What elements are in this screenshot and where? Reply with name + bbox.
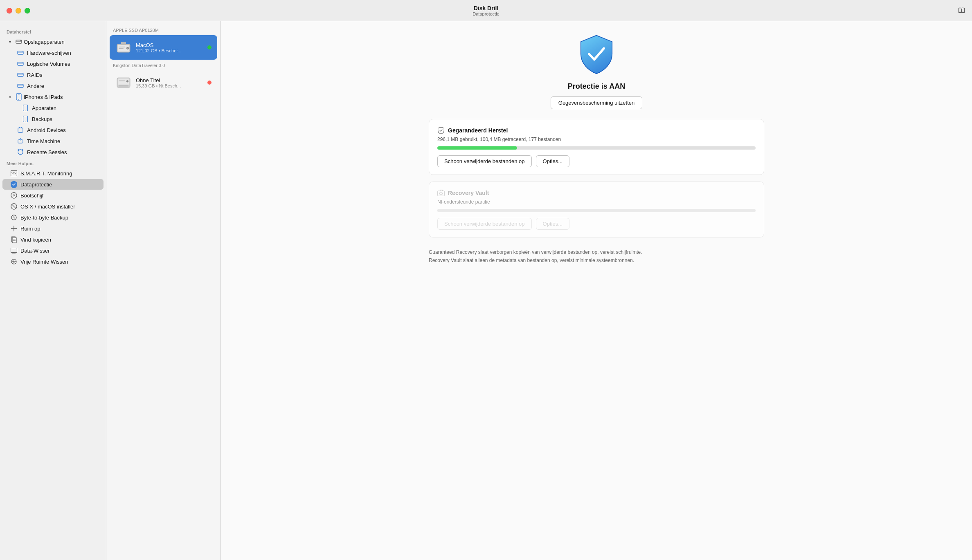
svg-point-68 [126, 80, 128, 82]
turn-off-protection-button[interactable]: Gegevensbescherming uitzetten [551, 96, 642, 109]
ruimop-label: Ruim op [20, 226, 40, 232]
timemachine-icon [17, 138, 24, 144]
vindkopie-label: Vind kopieën [20, 237, 51, 243]
andere-icon [17, 83, 24, 89]
sidebar-item-byte[interactable]: Byte-to-byte Backup [2, 212, 104, 223]
svg-line-38 [15, 172, 16, 174]
byte-label: Byte-to-byte Backup [20, 215, 68, 221]
smart-label: S.M.A.R.T. Monitoring [20, 170, 72, 177]
vrijruimte-icon [11, 258, 17, 265]
sidebar-item-smart[interactable]: S.M.A.R.T. Monitoring [2, 168, 104, 179]
content-panel: Protectie is AAN Gegevensbescherming uit… [221, 21, 972, 560]
sidebar-item-bootschijf[interactable]: Bootschijf [2, 190, 104, 201]
app-name: Disk Drill [473, 5, 499, 11]
macos-disk-icon [115, 39, 132, 56]
dataprotectie-icon [11, 181, 17, 188]
svg-rect-64 [121, 42, 126, 45]
titlebar-center: Disk Drill Dataprotectie [473, 5, 499, 16]
sidebar-item-vrijruimte[interactable]: Vrije Ruimte Wissen [2, 256, 104, 267]
card1-actions: Schoon verwijderde bestanden op Opties..… [437, 155, 756, 167]
shield-icon [576, 34, 617, 74]
sidebar-item-raids[interactable]: RAIDs [2, 69, 104, 80]
sidebar-item-iphones-group[interactable]: ▾ iPhones & iPads [2, 92, 104, 102]
shield-check-icon [437, 127, 445, 134]
sidebar-item-logische[interactable]: Logische Volumes [2, 58, 104, 69]
card2-actions: Schoon verwijderde bestanden op Opties..… [437, 218, 756, 230]
sidebar-item-ruimop[interactable]: Ruim op [2, 223, 104, 234]
sidebar-item-recente[interactable]: Recente Sessies [2, 147, 104, 157]
osx-label: OS X / macOS installer [20, 204, 75, 210]
svg-point-8 [22, 63, 22, 63]
sidebar-item-apparaten[interactable]: Apparaten [2, 103, 104, 113]
opslagapparaten-label: Opslagapparaten [24, 39, 65, 45]
raids-icon [17, 72, 24, 78]
svg-rect-22 [18, 128, 23, 132]
android-label: Android Devices [27, 127, 66, 133]
device2-name: Ohne Titel [136, 77, 203, 83]
maximize-button[interactable] [25, 8, 30, 13]
backups-icon [22, 116, 29, 122]
device1-name: MacOS [136, 42, 203, 48]
bootschijf-icon [11, 192, 17, 199]
card1-progress-track [437, 146, 756, 150]
svg-line-36 [13, 172, 14, 174]
chevron-down-icon2: ▾ [9, 95, 14, 99]
book-icon[interactable]: 🕮 [958, 6, 965, 14]
svg-point-11 [22, 74, 22, 74]
card2-title: Recovery Vault [448, 190, 489, 196]
sidebar-item-hardware[interactable]: Hardware-schijven [2, 47, 104, 58]
device-panel: APPLE SSD AP0128M MacOS 121,02 GB [106, 21, 221, 560]
svg-rect-62 [119, 47, 125, 47]
svg-rect-69 [119, 81, 125, 81]
svg-point-16 [18, 99, 19, 100]
svg-line-37 [14, 172, 15, 174]
device2-size: 15,39 GB • Nt Besch... [136, 83, 203, 88]
card2-progress-track [437, 209, 756, 212]
card1-progress-fill [437, 146, 517, 150]
svg-point-39 [11, 193, 17, 198]
titlebar-right[interactable]: 🕮 [958, 6, 965, 15]
sidebar-item-timemachine[interactable]: Time Machine [2, 136, 104, 146]
svg-rect-34 [11, 171, 17, 176]
device2-info: Ohne Titel 15,39 GB • Nt Besch... [136, 77, 203, 88]
card1-clean-button[interactable]: Schoon verwijderde bestanden op [437, 155, 532, 167]
usb-disk-icon [115, 74, 132, 91]
sidebar-item-dataprotectie[interactable]: Dataprotectie [2, 179, 104, 190]
footer-line2: Recovery Vault slaat alleen de metadata … [429, 256, 764, 264]
sidebar-item-opslagapparaten[interactable]: ▾ Opslagapparaten [2, 36, 104, 47]
main-area: APPLE SSD AP0128M MacOS 121,02 GB [106, 21, 972, 560]
sidebar-item-android[interactable]: Android Devices [2, 125, 104, 135]
device2-status-dot [207, 81, 212, 85]
svg-point-5 [22, 52, 22, 52]
hdd-icon [17, 49, 24, 56]
sidebar-item-datawisser[interactable]: Data-Wisser [2, 245, 104, 256]
logische-volumes-label: Logische Volumes [27, 61, 70, 67]
footer-line1: Guaranteed Recovery slaat verborgen kopi… [429, 248, 764, 256]
bootschijf-label: Bootschijf [20, 193, 43, 199]
sidebar-item-vindkopie[interactable]: Vind kopieën [2, 234, 104, 245]
device-item-macos[interactable]: MacOS 121,02 GB • Bescher... [110, 35, 217, 60]
sidebar-item-andere[interactable]: Andere [2, 81, 104, 91]
section-meer: Meer Hulpm. [0, 158, 106, 168]
osx-icon [11, 203, 17, 210]
sidebar-item-backups[interactable]: Backups [2, 114, 104, 124]
card1-options-button[interactable]: Opties... [536, 155, 569, 167]
raids-label: RAIDs [27, 72, 43, 78]
sidebar-item-osx[interactable]: OS X / macOS installer [2, 201, 104, 212]
device1-status-dot [207, 45, 212, 49]
timemachine-label: Time Machine [27, 138, 60, 144]
card2-desc: Nt-ondersteunde partitie [437, 199, 756, 205]
svg-point-14 [22, 85, 22, 85]
recente-icon [17, 149, 24, 155]
close-button[interactable] [7, 8, 12, 13]
minimize-button[interactable] [16, 8, 21, 13]
hardware-schijven-label: Hardware-schijven [27, 50, 71, 56]
iphone-group-icon [16, 94, 22, 100]
titlebar: Disk Drill Dataprotectie 🕮 [0, 0, 972, 21]
vrijruimte-label: Vrije Ruimte Wissen [20, 259, 68, 265]
traffic-lights [7, 8, 30, 13]
apparaten-label: Apparaten [32, 105, 56, 111]
ruimop-icon [11, 225, 17, 232]
recovery-vault-card: Recovery Vault Nt-ondersteunde partitie … [429, 181, 764, 237]
device-item-usb[interactable]: Ohne Titel 15,39 GB • Nt Besch... [110, 70, 217, 95]
